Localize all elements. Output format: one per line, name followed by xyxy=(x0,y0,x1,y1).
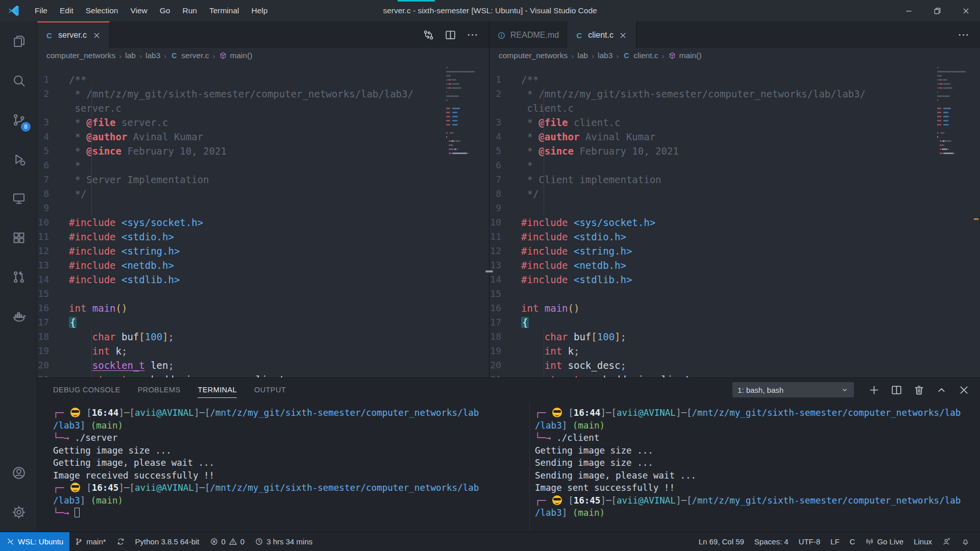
tab-server-c[interactable]: Cserver.c xyxy=(37,21,110,48)
kill-terminal-button[interactable] xyxy=(913,384,925,396)
menu-edit[interactable]: Edit xyxy=(54,0,80,21)
activitybar-settings[interactable] xyxy=(0,492,37,532)
code-line: 20 socklen_t len; xyxy=(37,358,489,372)
tab-bar: Cserver.c xyxy=(37,21,489,48)
activitybar-explorer[interactable] xyxy=(0,21,37,61)
close-icon[interactable] xyxy=(618,30,628,40)
status-encoding[interactable]: UTF-8 xyxy=(794,532,826,551)
more-actions-button[interactable] xyxy=(957,29,970,41)
status-indentation[interactable]: Spaces: 4 xyxy=(749,532,794,551)
status-language-mode[interactable]: C xyxy=(845,532,861,551)
breadcrumb-client-c[interactable]: Cclient.c xyxy=(622,51,658,60)
menu-view[interactable]: View xyxy=(124,0,153,21)
activitybar-search[interactable] xyxy=(0,61,37,100)
breadcrumb-label: lab xyxy=(577,51,588,60)
activitybar-pull-requests[interactable] xyxy=(0,257,37,296)
tab-readme-md[interactable]: README.md xyxy=(489,21,567,48)
status-remote[interactable]: WSL: Ubuntu xyxy=(0,532,69,551)
code-text: #include <sys/socket.h> xyxy=(521,215,980,230)
status-platform[interactable]: Linux xyxy=(909,532,937,551)
code-text: #include <stdlib.h> xyxy=(521,272,980,287)
terminal-right[interactable]: ┌─ [16:44]─[avii@AVINAL]─[/mnt/z/my_git/… xyxy=(530,402,980,532)
activitybar-run-debug[interactable] xyxy=(0,139,37,179)
tab-bar: README.mdCclient.c xyxy=(489,21,980,48)
gear-icon xyxy=(11,505,27,520)
menu-go[interactable]: Go xyxy=(154,0,177,21)
close-button[interactable] xyxy=(951,0,980,21)
panel-tab-output[interactable]: OUTPUT xyxy=(254,384,286,396)
activity-bar: 8 xyxy=(0,21,37,532)
line-number: 5 xyxy=(37,144,69,158)
status-sync[interactable] xyxy=(111,532,130,551)
menu-help[interactable]: Help xyxy=(246,0,274,21)
split-editor-button[interactable] xyxy=(444,29,457,41)
status-git-branch[interactable]: main* xyxy=(69,532,111,551)
breadcrumb-main[interactable]: main() xyxy=(668,51,702,60)
terminal-select[interactable]: 1: bash, bash xyxy=(732,382,854,397)
breadcrumb-computer-networks[interactable]: computer_networks xyxy=(499,51,568,60)
line-number xyxy=(489,101,521,115)
breadcrumb-lab[interactable]: lab xyxy=(125,51,136,60)
code-line: 8 */ xyxy=(37,187,489,201)
editor-sash-handle[interactable] xyxy=(485,270,493,272)
line-number: 13 xyxy=(37,258,69,272)
code-line: 15 xyxy=(37,287,489,301)
clock-icon xyxy=(255,537,263,546)
scm-badge: 8 xyxy=(21,122,31,132)
status-notifications[interactable] xyxy=(956,532,975,551)
new-terminal-button[interactable] xyxy=(868,384,880,396)
more-actions-button[interactable] xyxy=(466,29,479,41)
panel-tab-debug-console[interactable]: DEBUG CONSOLE xyxy=(53,384,120,396)
breadcrumb-lab3[interactable]: lab3 xyxy=(598,51,612,60)
maximize-panel-button[interactable] xyxy=(935,384,948,396)
panel-tab-problems[interactable]: PROBLEMS xyxy=(138,384,181,396)
status-feedback[interactable] xyxy=(937,532,956,551)
status-python-version[interactable]: Python 3.8.5 64-bit xyxy=(130,532,205,551)
menu-terminal[interactable]: Terminal xyxy=(203,0,246,21)
menu-file[interactable]: File xyxy=(29,0,54,21)
breadcrumb-main[interactable]: main() xyxy=(219,51,253,60)
breadcrumb-label: main() xyxy=(230,51,253,60)
close-icon xyxy=(962,7,970,15)
breadcrumb-label: server.c xyxy=(181,51,209,60)
status-problems[interactable]: 00 xyxy=(205,532,250,551)
restore-button[interactable] xyxy=(923,0,951,21)
status-eol[interactable]: LF xyxy=(825,532,845,551)
activitybar-remote-explorer[interactable] xyxy=(0,179,37,218)
split-terminal-button[interactable] xyxy=(890,384,903,396)
open-changes-button[interactable] xyxy=(422,29,435,41)
tab-client-c[interactable]: Cclient.c xyxy=(567,21,636,48)
status-go-live[interactable]: Go Live xyxy=(860,532,909,551)
close-panel-button[interactable] xyxy=(958,384,970,396)
panel-tab-terminal[interactable]: TERMINAL xyxy=(198,384,237,396)
code-text: #include <netdb.h> xyxy=(521,258,980,272)
status-text: WSL: Ubuntu xyxy=(18,537,63,546)
breadcrumb-computer-networks[interactable]: computer_networks xyxy=(46,51,115,60)
line-number: 13 xyxy=(489,258,521,272)
activitybar-docker[interactable] xyxy=(0,296,37,336)
close-icon[interactable] xyxy=(91,30,102,40)
activitybar-extensions[interactable] xyxy=(0,218,37,257)
status-cursor-position[interactable]: Ln 69, Col 59 xyxy=(694,532,749,551)
minimap[interactable] xyxy=(446,65,477,155)
code-editor[interactable]: 1/**2 * /mnt/z/my_git/sixth-semester/com… xyxy=(489,63,980,378)
minimize-button[interactable] xyxy=(894,0,923,21)
code-editor[interactable]: 1/**2 * /mnt/z/my_git/sixth-semester/com… xyxy=(37,63,489,378)
breadcrumb-lab[interactable]: lab xyxy=(577,51,588,60)
menu-run[interactable]: Run xyxy=(176,0,203,21)
breadcrumb-label: main() xyxy=(679,51,702,60)
breadcrumb-server-c[interactable]: Cserver.c xyxy=(170,51,209,60)
code-text: * @since February 10, 2021 xyxy=(69,144,489,158)
editor-actions xyxy=(422,21,489,48)
sunglasses-emoji-icon xyxy=(70,483,80,492)
terminal-left[interactable]: ┌─ [16:44]─[avii@AVINAL]─[/mnt/z/my_git/… xyxy=(37,402,530,532)
code-text xyxy=(69,201,489,215)
minimap[interactable] xyxy=(937,65,968,155)
breadcrumb-lab3[interactable]: lab3 xyxy=(145,51,160,60)
activitybar-accounts[interactable] xyxy=(0,453,37,492)
menu-selection[interactable]: Selection xyxy=(80,0,125,21)
activitybar-source-control[interactable]: 8 xyxy=(0,100,37,139)
status-time-tracker[interactable]: 3 hrs 34 mins xyxy=(250,532,317,551)
code-line: client.c xyxy=(489,101,980,115)
code-line: server.c xyxy=(37,101,489,115)
